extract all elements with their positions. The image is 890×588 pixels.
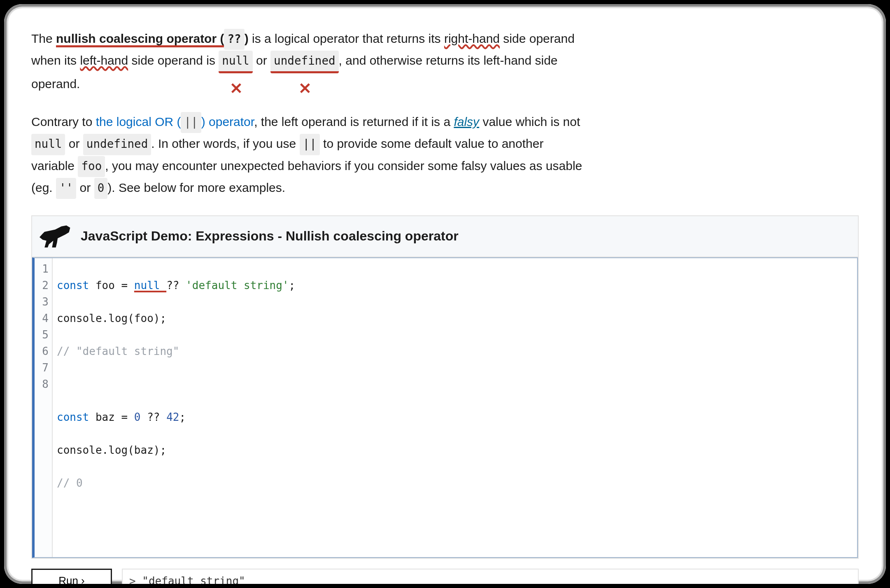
text: ). See below for more examples. [107, 181, 285, 194]
intro-paragraph: The nullish coalescing operator (??) is … [31, 28, 583, 95]
rhs: right-hand [444, 32, 500, 45]
text: , the left operand is returned if it is … [254, 115, 454, 128]
demo-header: JavaScript Demo: Expressions - Nullish c… [32, 216, 858, 257]
device-frame: The nullish coalescing operator (??) is … [4, 4, 886, 584]
demo-title: JavaScript Demo: Expressions - Nullish c… [81, 224, 459, 247]
run-button[interactable]: Run › [31, 569, 112, 584]
undefined-chip-2: undefined [83, 134, 151, 155]
text: The [31, 32, 56, 45]
demo-controls: Run › Reset "default string" 0 [31, 559, 859, 584]
term-nullish-coalescing: nullish coalescing operator ( [56, 32, 224, 45]
undefined-chip: undefined [270, 51, 339, 73]
line-number: 3 [35, 294, 49, 310]
text: . In other words, if you use [151, 137, 299, 150]
code-area[interactable]: const foo = null ?? 'default string'; co… [53, 258, 857, 557]
or-chip-2: || [300, 134, 320, 155]
line-number: 2 [35, 277, 49, 294]
empty-string-chip: '' [56, 178, 76, 199]
null-chip: null [219, 51, 252, 73]
foo-chip: foo [78, 156, 105, 177]
line-number: 8 [35, 376, 49, 392]
text: or [65, 137, 83, 150]
text: or [253, 54, 270, 67]
code-editor[interactable]: 1 2 3 4 5 6 7 8 const foo = null ?? 'def… [32, 257, 858, 558]
line-number: 4 [35, 310, 49, 327]
operator-chip: ?? [224, 29, 244, 50]
lhs: left-hand [80, 54, 128, 67]
comparison-paragraph: Contrary to the logical OR (||) operator… [31, 111, 583, 199]
text: is a logical operator that returns its [249, 32, 444, 45]
line-number: 6 [35, 343, 49, 359]
article: The nullish coalescing operator (??) is … [21, 18, 869, 584]
text: side operand is [128, 54, 219, 67]
line-number: 5 [35, 327, 49, 343]
text: Contrary to [31, 115, 96, 128]
zero-chip: 0 [94, 178, 108, 199]
button-column: Run › Reset [31, 569, 112, 584]
dino-icon [40, 224, 71, 247]
text: value which is not [479, 115, 580, 128]
output-line: "default string" [129, 574, 851, 584]
line-number: 1 [35, 261, 49, 277]
line-number: 7 [35, 359, 49, 376]
text: or [76, 181, 94, 194]
falsy-link[interactable]: falsy [454, 115, 479, 128]
logical-or-link[interactable]: the logical OR (||) operator [96, 115, 254, 128]
null-chip-2: null [31, 134, 65, 155]
line-gutter: 1 2 3 4 5 6 7 8 [35, 258, 53, 557]
console-output: "default string" 0 [122, 569, 859, 584]
demo-widget: JavaScript Demo: Expressions - Nullish c… [31, 215, 859, 559]
or-chip: || [181, 112, 201, 133]
close-paren: ) [245, 32, 249, 45]
